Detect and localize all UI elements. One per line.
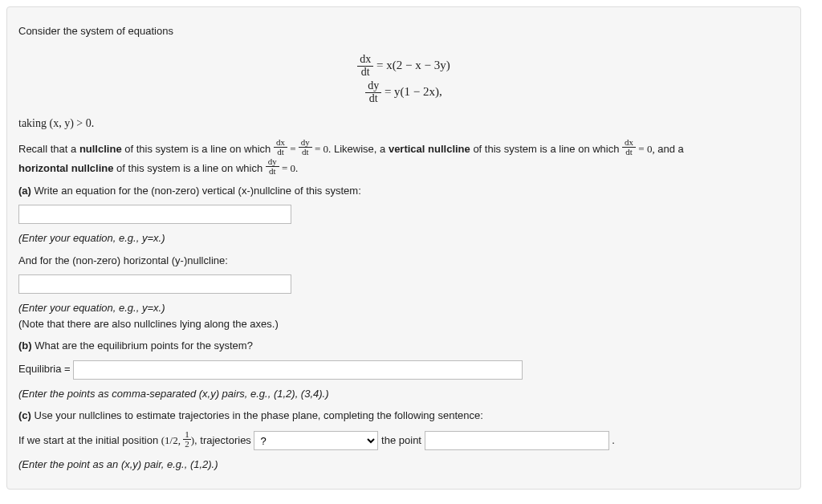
- eq-zero-2: = 0,: [636, 142, 655, 154]
- trajectory-point-input[interactable]: [425, 431, 609, 450]
- den: dt: [622, 148, 636, 157]
- den: dt: [299, 148, 312, 157]
- dxdt-fraction: dx dt: [357, 54, 373, 78]
- part-c-text: Use your nullclines to estimate trajecto…: [31, 409, 483, 421]
- vertical-nullcline-bold: vertical nullcline: [389, 142, 470, 154]
- part-a2-input-row: [18, 274, 789, 294]
- and-for-text: And for the (non-zero) horizontal (y-)nu…: [18, 253, 789, 269]
- eq1-rhs: = x(2 − x − 3y): [376, 59, 450, 71]
- horizontal-nullcline-input[interactable]: [18, 274, 291, 294]
- equilibria-row: Equilibria =: [18, 360, 789, 380]
- eq-sign: =: [287, 142, 299, 154]
- hint-a: (Enter your equation, e.g., y=x.): [18, 230, 789, 246]
- den: 2: [183, 440, 191, 449]
- intro-text: Consider the system of equations: [18, 23, 789, 39]
- eq-zero-3: = 0.: [279, 161, 299, 173]
- problem-container: Consider the system of equations dx dt =…: [6, 6, 801, 490]
- note-nullclines: (Note that there are also nullclines lyi…: [18, 318, 279, 330]
- c-sent-4: .: [612, 434, 615, 446]
- init-open: (1/2,: [161, 434, 183, 446]
- part-c-label: (c): [18, 409, 31, 421]
- dy-num: dy: [365, 80, 381, 93]
- taking-text: taking (x, y) > 0.: [18, 115, 789, 132]
- hint-d: (Enter the point as an (x,y) pair, e.g.,…: [18, 457, 789, 473]
- part-a-label: (a): [18, 185, 31, 197]
- dy-dt-inline-1: dydt: [299, 138, 312, 157]
- equilibria-input[interactable]: [73, 360, 523, 380]
- c-sent-2: , trajectories: [194, 434, 254, 446]
- c-sent-1: If we start at the initial position: [18, 434, 161, 446]
- nullcline-bold: nullcline: [79, 142, 122, 154]
- horizontal-nullcline-bold: horizontal nullcline: [18, 161, 113, 173]
- equation-1: dx dt = x(2 − x − 3y): [18, 52, 789, 79]
- part-b-prompt: (b) What are the equilibrium points for …: [18, 338, 789, 354]
- dx-num: dx: [357, 54, 373, 67]
- recall-t6: of this system is a line on which: [113, 161, 265, 173]
- equation-block: dx dt = x(2 − x − 3y) dy dt = y(1 − 2x),: [18, 46, 789, 108]
- dydt-fraction: dy dt: [365, 80, 381, 104]
- part-a-prompt: (a) Write an equation for the (non-zero)…: [18, 183, 789, 199]
- equation-2: dy dt = y(1 − 2x),: [18, 79, 789, 105]
- dx-dt-inline-2: dxdt: [622, 138, 636, 157]
- trajectory-behavior-select[interactable]: ?: [254, 431, 378, 450]
- vertical-nullcline-input[interactable]: [18, 205, 291, 224]
- recall-t4: of this system is a line on which: [470, 142, 622, 154]
- dx-dt-inline-1: dxdt: [274, 138, 287, 157]
- den: dt: [274, 148, 287, 157]
- hint-c: (Enter the points as comma-separated (x,…: [18, 386, 789, 402]
- num: 1: [183, 430, 191, 440]
- c-sent-3: the point: [381, 434, 425, 446]
- eq-zero: = 0.: [312, 142, 332, 154]
- hint-note-block: (Enter your equation, e.g., y=x.) (Note …: [18, 300, 789, 331]
- den: dt: [266, 167, 279, 177]
- recall-t2: of this system is a line on which: [122, 142, 274, 154]
- part-c-sentence: If we start at the initial position (1/2…: [18, 430, 789, 451]
- recall-paragraph: Recall that a nullcline of this system i…: [18, 138, 789, 177]
- hint-b: (Enter your equation, e.g., y=x.): [18, 302, 165, 314]
- dt-den-2: dt: [365, 93, 381, 105]
- recall-t1: Recall that a: [18, 142, 79, 154]
- recall-t3: Likewise, a: [331, 142, 389, 154]
- part-b-label: (b): [18, 339, 32, 352]
- equilibria-label: Equilibria =: [18, 363, 73, 375]
- part-a-text: Write an equation for the (non-zero) ver…: [31, 185, 361, 197]
- dy-dt-inline-2: dydt: [266, 157, 279, 177]
- part-a-input-row: [18, 205, 789, 224]
- part-b-text: What are the equilibrium points for the …: [32, 339, 253, 352]
- eq2-rhs: = y(1 − 2x),: [385, 85, 442, 98]
- part-c-prompt: (c) Use your nullclines to estimate traj…: [18, 408, 789, 424]
- recall-t5: and a: [655, 142, 684, 154]
- dt-den: dt: [357, 67, 373, 79]
- one-half-fraction: 12: [183, 430, 191, 449]
